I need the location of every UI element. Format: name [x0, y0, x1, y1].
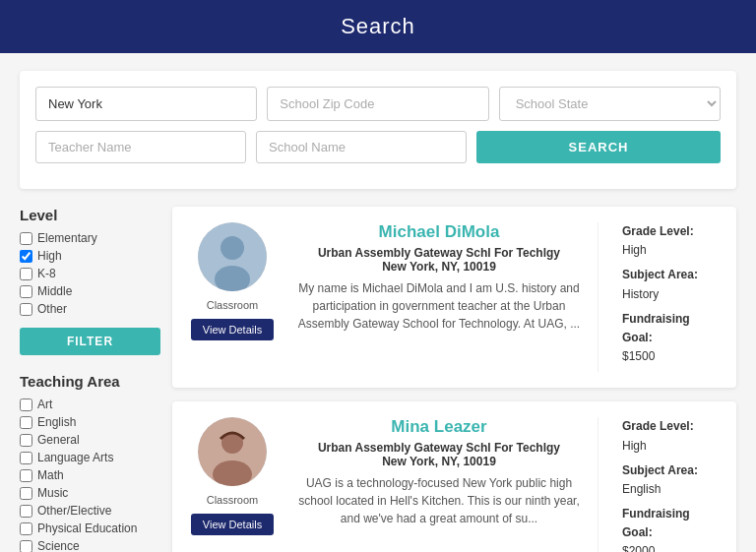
level-checkbox[interactable]	[20, 268, 32, 280]
teacher-avatar-1	[198, 417, 267, 486]
city-input[interactable]	[35, 87, 257, 121]
level-label: K-8	[37, 267, 56, 280]
level-option: Other	[20, 302, 160, 316]
teaching-option: Music	[20, 486, 160, 500]
teacher-school-0: Urban Assembly Gateway Schl For TechlgyN…	[290, 246, 588, 274]
teacher-type-0: Classroom	[207, 299, 259, 311]
teaching-checkbox[interactable]	[20, 505, 32, 518]
level-filter-title: Level	[20, 207, 160, 223]
teaching-checkbox[interactable]	[20, 452, 32, 464]
state-select[interactable]: School State	[499, 87, 721, 121]
teacher-type-1: Classroom	[207, 494, 259, 506]
level-checkbox[interactable]	[20, 232, 32, 245]
teacher-right-0: Grade Level: High Subject Area: History …	[612, 222, 721, 372]
teaching-label: Other/Elective	[37, 504, 111, 518]
search-section: School State SEARCH	[20, 71, 736, 189]
teaching-area-filter-section: Teaching Area ArtEnglishGeneralLanguage …	[20, 373, 160, 552]
teacher-school-1: Urban Assembly Gateway Schl For TechlgyN…	[290, 441, 588, 468]
subject-area-value-1: English	[622, 482, 661, 496]
teaching-label: Music	[37, 486, 68, 500]
teaching-label: Language Arts	[37, 451, 113, 464]
grade-level-label-0: Grade Level:	[622, 224, 694, 238]
sidebar: Level ElementaryHighK-8MiddleOther FILTE…	[20, 207, 172, 552]
teaching-label: English	[37, 415, 76, 429]
page-header: Search	[0, 0, 756, 53]
teacher-name-0: Michael DiMola	[290, 222, 588, 242]
level-label: High	[37, 249, 62, 263]
level-label: Other	[37, 302, 67, 316]
level-option: Elementary	[20, 231, 160, 245]
teacher-bio-0: My name is Michael DiMola and I am U.S. …	[290, 279, 588, 333]
header-title: Search	[341, 14, 415, 38]
teacher-card: Classroom View Details Michael DiMola Ur…	[172, 207, 736, 388]
teaching-checkbox[interactable]	[20, 487, 32, 500]
level-checkbox[interactable]	[20, 303, 32, 316]
level-label: Elementary	[37, 231, 97, 245]
fundraising-value-0: $1500	[622, 349, 655, 363]
view-details-button-1[interactable]: View Details	[191, 514, 274, 535]
teaching-area-title: Teaching Area	[20, 373, 160, 390]
level-filter-section: Level ElementaryHighK-8MiddleOther FILTE…	[20, 207, 160, 355]
teacher-name-input[interactable]	[35, 131, 246, 163]
search-row-2: SEARCH	[35, 131, 721, 163]
teacher-card: Classroom View Details Mina Leazer Urban…	[172, 401, 736, 552]
search-button[interactable]: SEARCH	[476, 131, 721, 163]
school-name-input[interactable]	[256, 131, 467, 163]
teacher-middle-0: Michael DiMola Urban Assembly Gateway Sc…	[290, 222, 598, 372]
teacher-bio-1: UAG is a technology-focused New York pub…	[290, 474, 588, 527]
teacher-left-0: Classroom View Details	[188, 222, 277, 372]
teaching-checkbox[interactable]	[20, 399, 32, 411]
teaching-checkbox[interactable]	[20, 469, 32, 482]
grade-level-block-0: Grade Level: High	[622, 222, 721, 260]
teacher-left-1: Classroom View Details	[188, 417, 277, 552]
teaching-checkbox[interactable]	[20, 416, 32, 429]
teaching-checkbox[interactable]	[20, 540, 32, 553]
subject-area-block-0: Subject Area: History	[622, 266, 721, 303]
view-details-button-0[interactable]: View Details	[191, 319, 274, 340]
main-content: Level ElementaryHighK-8MiddleOther FILTE…	[0, 207, 756, 552]
results-area: Classroom View Details Michael DiMola Ur…	[172, 207, 736, 552]
fundraising-block-0: Fundraising Goal: $1500	[622, 310, 721, 367]
grade-level-label-1: Grade Level:	[622, 419, 694, 433]
grade-level-value-0: High	[622, 243, 647, 257]
teaching-label: Math	[37, 468, 64, 482]
search-row-1: School State	[35, 87, 721, 121]
teaching-label: General	[37, 433, 80, 447]
subject-area-block-1: Subject Area: English	[622, 461, 721, 499]
level-filter-button[interactable]: FILTER	[20, 328, 160, 355]
zip-input[interactable]	[267, 87, 488, 121]
teacher-middle-1: Mina Leazer Urban Assembly Gateway Schl …	[290, 417, 598, 552]
fundraising-value-1: $2000	[622, 544, 655, 552]
teaching-option: Math	[20, 468, 160, 482]
level-checkbox[interactable]	[20, 285, 32, 298]
subject-area-label-1: Subject Area:	[622, 463, 698, 477]
teaching-label: Physical Education	[37, 521, 137, 535]
grade-level-block-1: Grade Level: High	[622, 417, 721, 455]
teaching-checkbox[interactable]	[20, 434, 32, 447]
svg-point-1	[220, 236, 244, 260]
level-checkbox[interactable]	[20, 250, 32, 263]
teaching-option: Science	[20, 539, 160, 552]
fundraising-block-1: Fundraising Goal: $2000	[622, 505, 721, 552]
teaching-option: General	[20, 433, 160, 447]
teaching-option: Language Arts	[20, 451, 160, 464]
teaching-option: Other/Elective	[20, 504, 160, 518]
subject-area-label-0: Subject Area:	[622, 268, 698, 281]
teacher-name-1: Mina Leazer	[290, 417, 588, 437]
subject-area-value-0: History	[622, 287, 659, 301]
teacher-right-1: Grade Level: High Subject Area: English …	[612, 417, 721, 552]
teaching-label: Art	[37, 398, 52, 411]
level-option: High	[20, 249, 160, 263]
grade-level-value-1: High	[622, 439, 647, 453]
fundraising-label-0: Fundraising Goal:	[622, 312, 690, 344]
fundraising-label-1: Fundraising Goal:	[622, 507, 690, 539]
teaching-option: Physical Education	[20, 521, 160, 535]
level-option: K-8	[20, 267, 160, 280]
teaching-option: English	[20, 415, 160, 429]
level-option: Middle	[20, 284, 160, 298]
teacher-avatar-0	[198, 222, 267, 291]
level-label: Middle	[37, 284, 72, 298]
teaching-option: Art	[20, 398, 160, 411]
teaching-checkbox[interactable]	[20, 522, 32, 535]
teaching-label: Science	[37, 539, 80, 552]
